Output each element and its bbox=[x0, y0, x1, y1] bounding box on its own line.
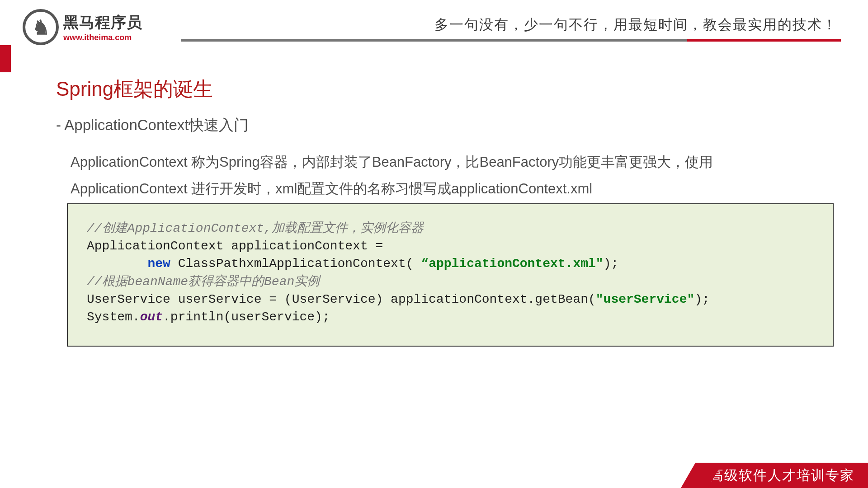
code-indent bbox=[87, 257, 147, 271]
code-text: System. bbox=[87, 310, 140, 324]
code-string: applicationContext.xml" bbox=[429, 257, 603, 271]
logo-url: www.itheima.com bbox=[63, 33, 142, 42]
code-block: //创建ApplicationContext,加载配置文件，实例化容器 Appl… bbox=[67, 203, 834, 347]
slogan-bar: 多一句没有，少一句不行，用最短时间，教会最实用的技术！ bbox=[181, 15, 841, 42]
code-field: out bbox=[140, 310, 163, 324]
slide: ♞ 黑马程序员 www.itheima.com 多一句没有，少一句不行，用最短时… bbox=[0, 0, 868, 488]
code-comment: //根据beanName获得容器中的Bean实例 bbox=[87, 275, 320, 289]
code-text: .println(userService); bbox=[163, 310, 330, 324]
page-title: Spring框架的诞生 bbox=[56, 76, 213, 103]
subtitle: - ApplicationContext快速入门 bbox=[56, 115, 249, 136]
code-comment: //创建ApplicationContext,加载配置文件，实例化容器 bbox=[87, 221, 424, 235]
footer: 高级软件人才培训专家 bbox=[681, 463, 868, 488]
logo: ♞ 黑马程序员 www.itheima.com bbox=[23, 9, 142, 45]
code-text: ClassPathxmlApplicationContext( bbox=[170, 257, 421, 271]
code-text: UserService userService = (UserService) … bbox=[87, 292, 596, 306]
code-text: ApplicationContext applicationContext = bbox=[87, 239, 383, 253]
logo-text: 黑马程序员 bbox=[63, 12, 142, 33]
code-string: "userService" bbox=[596, 292, 694, 306]
footer-label: 高级软件人才培训专家 bbox=[701, 463, 868, 488]
slogan-underline bbox=[181, 39, 841, 42]
code-text: ); bbox=[604, 257, 619, 271]
logo-text-wrap: 黑马程序员 www.itheima.com bbox=[63, 12, 142, 42]
code-text: ); bbox=[694, 292, 710, 306]
slogan-text: 多一句没有，少一句不行，用最短时间，教会最实用的技术！ bbox=[181, 15, 841, 34]
header: ♞ 黑马程序员 www.itheima.com 多一句没有，少一句不行，用最短时… bbox=[0, 0, 868, 63]
description-paragraph: ApplicationContext 称为Spring容器，内部封装了BeanF… bbox=[71, 149, 778, 202]
code-keyword: new bbox=[147, 257, 170, 271]
logo-icon: ♞ bbox=[23, 9, 59, 45]
code-text: “ bbox=[421, 257, 429, 271]
